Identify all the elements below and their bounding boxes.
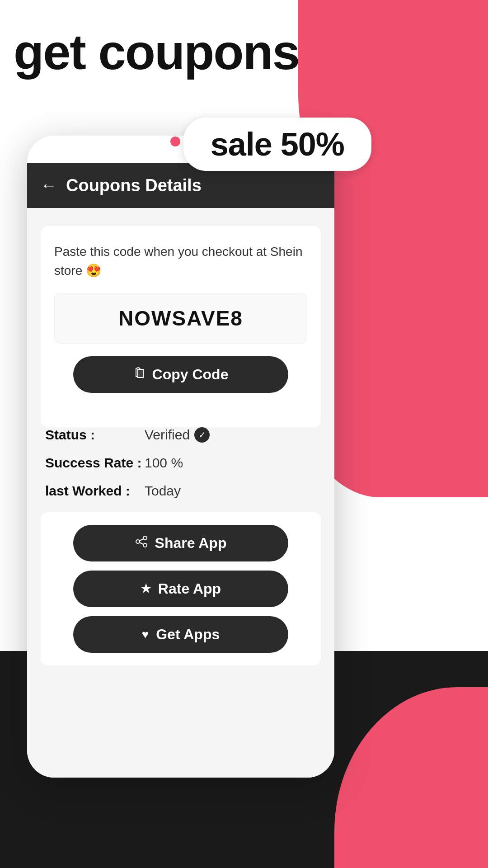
status-row: Status : Verified ✓	[45, 427, 316, 443]
share-icon	[135, 535, 148, 551]
coupon-card: Paste this code when you checkout at She…	[41, 226, 321, 427]
svg-point-13	[136, 540, 140, 543]
success-rate-row: Success Rate : 100 %	[45, 455, 316, 471]
rate-app-button[interactable]: ★ Rate App	[73, 571, 288, 607]
coupon-code: NOWSAVE8	[118, 307, 243, 330]
info-section: Status : Verified ✓ Success Rate : 100 %…	[41, 427, 321, 499]
svg-point-14	[143, 543, 147, 547]
success-rate-value: 100 %	[145, 455, 183, 471]
heart-icon: ♥	[142, 627, 149, 642]
copy-icon	[133, 367, 146, 382]
share-app-button[interactable]: Share App	[73, 525, 288, 561]
rate-app-label: Rate App	[158, 580, 221, 597]
status-value: Verified ✓	[145, 427, 210, 443]
phone-mockup: 4G 4G ← Coupons Details Paste this code …	[27, 136, 334, 778]
phone-content: Paste this code when you checkout at She…	[27, 208, 334, 778]
svg-line-16	[140, 542, 143, 544]
sale-badge-text: sale 50%	[211, 126, 344, 162]
svg-line-15	[140, 539, 143, 541]
phone-notch-dot	[170, 137, 180, 146]
paste-instruction: Paste this code when you checkout at She…	[54, 242, 307, 280]
copy-code-label: Copy Code	[152, 366, 229, 383]
get-apps-button[interactable]: ♥ Get Apps	[73, 616, 288, 653]
star-icon: ★	[141, 582, 151, 596]
action-buttons-card: Share App ★ Rate App ♥ Get Apps	[41, 512, 321, 665]
back-arrow-icon[interactable]: ←	[41, 176, 57, 195]
get-coupons-title: get coupons	[14, 27, 299, 77]
last-worked-row: last Worked : Today	[45, 483, 316, 499]
status-label: Status :	[45, 427, 145, 443]
success-rate-label: Success Rate :	[45, 455, 145, 471]
get-apps-label: Get Apps	[156, 626, 220, 643]
app-header-title: Coupons Details	[66, 176, 202, 195]
last-worked-value: Today	[145, 483, 181, 499]
share-app-label: Share App	[155, 535, 227, 552]
last-worked-label: last Worked :	[45, 483, 145, 499]
sale-badge: sale 50%	[183, 118, 371, 171]
copy-code-button[interactable]: Copy Code	[73, 356, 288, 393]
header-area: get coupons sale 50%	[14, 27, 299, 77]
svg-point-12	[143, 536, 147, 540]
status-value-text: Verified	[145, 427, 190, 443]
coupon-code-box: NOWSAVE8	[54, 293, 307, 344]
verified-icon: ✓	[194, 427, 210, 443]
